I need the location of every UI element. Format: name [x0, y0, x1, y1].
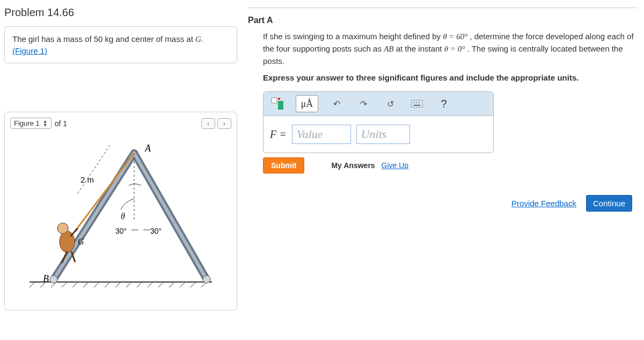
svg-point-28 [57, 223, 68, 234]
undo-icon[interactable]: ↶ [328, 95, 345, 112]
answer-box: μÅ ↶ ↷ ↺ ? F = Value Units [263, 91, 494, 153]
units-input[interactable]: Units [356, 125, 410, 144]
figure-link[interactable]: (Figure 1) [12, 46, 47, 55]
svg-line-16 [191, 282, 196, 287]
svg-line-9 [115, 282, 121, 287]
reset-icon[interactable]: ↺ [382, 95, 399, 112]
svg-line-11 [137, 282, 142, 287]
intro-unit: kg [105, 34, 114, 44]
q-theta-1: θ = 60° [443, 32, 467, 41]
svg-point-23 [203, 276, 210, 283]
help-icon[interactable]: ? [435, 95, 452, 112]
svg-line-14 [169, 282, 174, 287]
q-ab: AB [384, 45, 393, 53]
svg-point-22 [50, 276, 57, 283]
submit-button[interactable]: Submit [263, 157, 304, 173]
svg-line-15 [180, 282, 185, 287]
svg-line-21 [134, 153, 207, 279]
label-ang-right: 30° [150, 227, 162, 235]
svg-point-40 [419, 102, 420, 103]
svg-line-5 [72, 282, 78, 287]
svg-point-39 [416, 102, 417, 103]
svg-rect-41 [414, 105, 420, 106]
units-menu-button[interactable]: μÅ [296, 95, 318, 112]
intro-text-3: . [201, 34, 203, 44]
svg-line-29 [70, 228, 78, 236]
label-g: G [78, 237, 84, 246]
q-instruction: Express your answer to three significant… [263, 73, 579, 82]
label-length: 2 m [80, 175, 94, 184]
keyboard-icon[interactable] [408, 95, 426, 112]
figure-panel: Figure 1 ▲▼ of 1 ‹ › [4, 112, 237, 310]
svg-rect-34 [272, 98, 277, 103]
svg-line-6 [83, 282, 89, 287]
svg-point-38 [413, 102, 414, 103]
svg-rect-37 [411, 100, 423, 107]
svg-rect-36 [278, 101, 283, 110]
svg-line-8 [105, 282, 110, 287]
intro-text-1: The girl has a mass of 50 [12, 34, 105, 44]
figure-of-text: of 1 [55, 119, 67, 128]
figure-next-button[interactable]: › [217, 118, 231, 129]
divider [248, 8, 638, 8]
figure-selector-label: Figure 1 [14, 119, 40, 127]
units-symbol: μÅ [301, 98, 313, 110]
value-input[interactable]: Value [292, 125, 351, 144]
templates-icon[interactable] [269, 95, 286, 112]
provide-feedback-link[interactable]: Provide Feedback [511, 199, 576, 208]
intro-text-2: and center of mass at [113, 34, 195, 44]
svg-line-7 [94, 282, 99, 287]
problem-title: Problem 14.66 [4, 4, 237, 21]
q-theta-2: θ = 0° [444, 45, 465, 53]
label-ang-left: 30° [115, 227, 127, 235]
label-a: A [144, 143, 151, 154]
label-theta: θ [121, 212, 125, 221]
intro-var-g: G [195, 35, 201, 44]
svg-line-26 [75, 153, 134, 231]
svg-line-4 [62, 282, 67, 287]
figure-diagram: A B G θ 2 m 30° 30° [10, 134, 231, 295]
stepper-icon: ▲▼ [43, 120, 48, 127]
label-b: B [43, 273, 49, 284]
redo-icon[interactable]: ↷ [355, 95, 372, 112]
question-text: If she is swinging to a maximum height d… [263, 31, 638, 84]
part-a-heading: Part A [248, 16, 638, 25]
figure-prev-button[interactable]: ‹ [201, 118, 215, 129]
equation-label: F = [270, 128, 287, 141]
q-seg-3: at the instant [393, 44, 444, 53]
svg-line-25 [78, 145, 110, 193]
figure-selector[interactable]: Figure 1 ▲▼ [10, 118, 52, 129]
svg-line-1 [30, 282, 35, 287]
svg-line-10 [126, 282, 131, 287]
continue-button[interactable]: Continue [586, 195, 632, 212]
give-up-link[interactable]: Give Up [382, 161, 409, 170]
svg-line-13 [158, 282, 164, 287]
svg-line-12 [148, 282, 153, 287]
answer-toolbar: μÅ ↶ ↷ ↺ ? [264, 92, 493, 116]
problem-intro: The girl has a mass of 50 kg and center … [4, 26, 237, 63]
q-seg-1: If she is swinging to a maximum height d… [263, 32, 443, 41]
my-answers-label: My Answers [331, 161, 375, 170]
svg-rect-35 [278, 98, 280, 100]
